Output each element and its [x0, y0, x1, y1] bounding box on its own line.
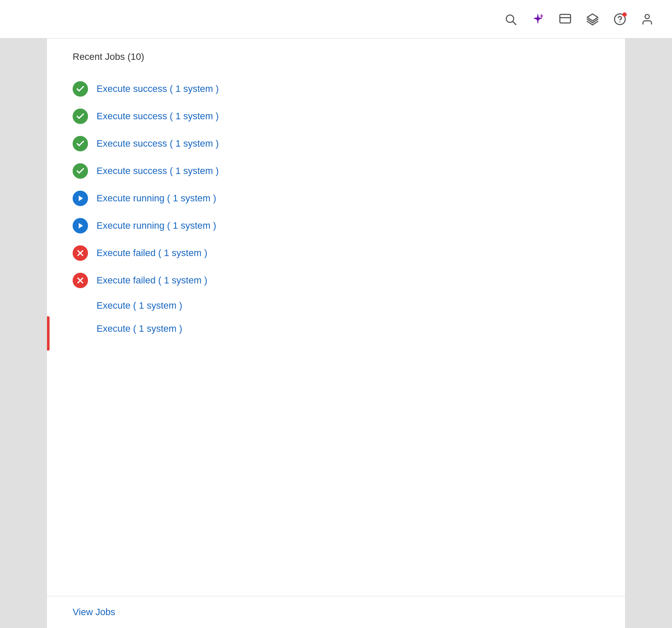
job-status-icon-running [73, 218, 88, 233]
main-content: Recent Jobs (10) Execute success ( 1 sys… [0, 38, 672, 628]
svg-rect-2 [560, 14, 571, 23]
job-label: Execute success ( 1 system ) [97, 165, 219, 177]
svg-point-0 [506, 15, 514, 23]
view-jobs-link[interactable]: View Jobs [73, 607, 115, 617]
sparkle-icon[interactable] [530, 12, 546, 27]
left-panel [0, 38, 47, 628]
job-item[interactable]: Execute failed ( 1 system ) [73, 267, 604, 294]
jobs-container: Recent Jobs (10) Execute success ( 1 sys… [47, 38, 625, 596]
top-bar [0, 0, 672, 38]
job-status-icon-failed [73, 245, 88, 261]
right-panel [625, 38, 672, 628]
job-item[interactable]: Execute ( 1 system ) [73, 294, 604, 317]
svg-line-1 [513, 22, 516, 24]
user-icon[interactable] [640, 12, 655, 27]
svg-marker-8 [79, 196, 83, 201]
notification-badge [622, 12, 627, 17]
job-status-icon-success [73, 136, 88, 151]
svg-point-7 [645, 14, 649, 18]
job-item[interactable]: Execute success ( 1 system ) [73, 130, 604, 157]
job-status-icon-success [73, 163, 88, 179]
job-label: Execute success ( 1 system ) [97, 138, 219, 149]
job-item[interactable]: Execute success ( 1 system ) [73, 157, 604, 185]
chat-icon[interactable] [558, 12, 573, 27]
job-item[interactable]: Execute running ( 1 system ) [73, 212, 604, 239]
job-label-pending: Execute ( 1 system ) [73, 300, 182, 311]
job-label-pending: Execute ( 1 system ) [73, 323, 182, 334]
job-item[interactable]: Execute success ( 1 system ) [73, 103, 604, 130]
job-item[interactable]: Execute failed ( 1 system ) [73, 239, 604, 267]
footer-section: View Jobs [47, 596, 625, 628]
job-status-icon-success [73, 109, 88, 124]
job-label: Execute failed ( 1 system ) [97, 248, 207, 259]
job-item[interactable]: Execute running ( 1 system ) [73, 185, 604, 212]
job-status-icon-failed [73, 273, 88, 288]
job-label: Execute failed ( 1 system ) [97, 275, 207, 286]
jobs-list: Execute success ( 1 system ) Execute suc… [73, 75, 604, 340]
search-icon[interactable] [503, 12, 518, 27]
red-indicator [47, 316, 50, 351]
svg-marker-9 [79, 223, 83, 229]
job-status-icon-success [73, 81, 88, 97]
job-item[interactable]: Execute ( 1 system ) [73, 317, 604, 340]
job-item[interactable]: Execute success ( 1 system ) [73, 75, 604, 103]
job-label: Execute success ( 1 system ) [97, 111, 219, 122]
job-status-icon-running [73, 191, 88, 206]
job-label: Execute success ( 1 system ) [97, 83, 219, 94]
center-panel: Recent Jobs (10) Execute success ( 1 sys… [47, 38, 625, 628]
layers-icon[interactable] [585, 12, 600, 27]
job-label: Execute running ( 1 system ) [97, 220, 216, 231]
help-icon[interactable] [612, 12, 628, 27]
job-label: Execute running ( 1 system ) [97, 193, 216, 204]
jobs-title: Recent Jobs (10) [73, 51, 604, 62]
